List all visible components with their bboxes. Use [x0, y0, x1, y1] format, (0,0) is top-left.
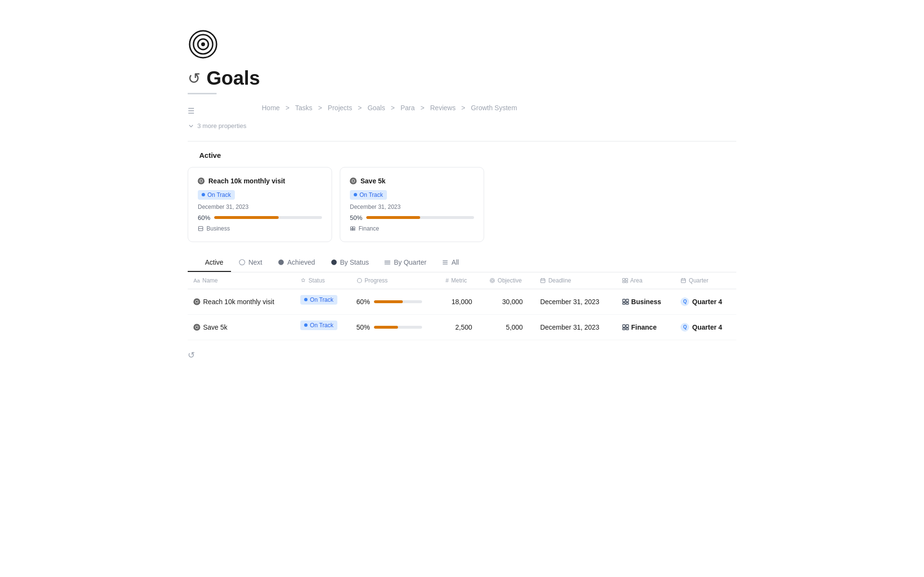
more-properties[interactable]: 3 more properties: [188, 122, 736, 129]
row-1-badge-dot: [304, 298, 308, 301]
area-col-icon: [622, 278, 628, 283]
goal-card-2[interactable]: Save 5k On Track December 31, 2023 50%: [340, 167, 484, 242]
objective-col-icon: [489, 278, 495, 283]
col-name-prefix: Aa: [193, 278, 200, 283]
col-metric-label: Metric: [451, 277, 467, 284]
card-2-progress-fill: [366, 216, 420, 219]
badge-dot-2: [354, 193, 357, 196]
svg-rect-35: [625, 281, 628, 282]
table-row[interactable]: Reach 10k monthly visit On Track 60%: [188, 289, 736, 314]
tab-achieved-label: Achieved: [287, 258, 315, 266]
row-1-area: Business: [616, 289, 675, 314]
card-1-progress-fill: [214, 216, 279, 219]
tab-all-label: All: [451, 258, 459, 266]
col-objective-label: Objective: [498, 277, 522, 284]
svg-point-6: [200, 180, 202, 182]
tab-all-icon: [442, 259, 449, 266]
svg-rect-46: [626, 302, 628, 304]
row-1-area-label: Business: [631, 298, 661, 306]
business-icon: [622, 298, 629, 305]
divider-top: [188, 141, 736, 141]
card-1-status-label: On Track: [207, 192, 231, 198]
card-2-date: December 31, 2023: [350, 204, 474, 210]
svg-point-27: [491, 279, 494, 282]
row-2-status-label: On Track: [310, 322, 334, 329]
breadcrumb-growth-system[interactable]: Growth System: [471, 104, 517, 112]
goals-table: Aa Name Status: [188, 272, 736, 340]
tab-achieved[interactable]: Achieved: [270, 254, 323, 272]
row-1-status-cell: On Track: [295, 289, 351, 314]
deadline-col-icon: [540, 278, 546, 283]
svg-point-17: [278, 259, 283, 265]
row-1-name: Reach 10k monthly visit: [203, 298, 274, 306]
table-row[interactable]: Save 5k On Track 50%: [188, 314, 736, 340]
col-quarter-label: Quarter: [689, 277, 708, 284]
breadcrumb-sep1: >: [285, 104, 291, 112]
row-2-progress-label: 50%: [357, 323, 370, 331]
row-2-progress-fill: [374, 326, 398, 329]
row-2-progress-bg: [374, 326, 422, 329]
quarter-icon-2: Q: [680, 323, 689, 332]
title-underline: [188, 93, 217, 94]
svg-point-42: [196, 301, 198, 303]
card-2-progress-bg: [366, 216, 474, 219]
card-2-progress-label: 50%: [350, 214, 362, 221]
col-deadline-label: Deadline: [548, 277, 571, 284]
goal-card-1[interactable]: Reach 10k monthly visit On Track Decembe…: [188, 167, 332, 242]
svg-rect-19: [385, 260, 390, 261]
breadcrumb-sep5: >: [421, 104, 426, 112]
card-1-progress-bg: [214, 216, 322, 219]
card-1-area: Business: [198, 225, 322, 232]
col-name: Aa Name: [188, 272, 295, 289]
menu-icon[interactable]: ☰: [188, 106, 194, 115]
row-2-status-badge: On Track: [300, 321, 337, 330]
row-2-area-label: Finance: [631, 323, 657, 331]
tab-all[interactable]: All: [434, 254, 467, 272]
breadcrumb-para[interactable]: Para: [400, 104, 415, 112]
svg-rect-51: [626, 324, 628, 327]
row-1-progress-fill: [374, 300, 403, 303]
svg-rect-34: [622, 281, 625, 282]
breadcrumb-goals[interactable]: Goals: [368, 104, 385, 112]
svg-rect-14: [351, 229, 353, 231]
row-2-target-icon: [193, 324, 200, 331]
reload-icon-bottom[interactable]: ↺: [188, 350, 736, 360]
tab-by-status[interactable]: By Status: [323, 254, 377, 272]
tab-next-icon: [239, 259, 245, 266]
active-section-label: Active: [199, 151, 221, 159]
row-1-quarter: Q Quarter 4: [675, 289, 736, 314]
history-icon: ↺: [188, 69, 201, 88]
more-properties-label: 3 more properties: [197, 122, 246, 129]
svg-rect-12: [351, 227, 353, 229]
svg-rect-53: [626, 328, 628, 330]
card-1-area-label: Business: [206, 225, 230, 232]
col-quarter: Quarter: [675, 272, 736, 289]
col-name-label: Name: [202, 277, 218, 284]
row-2-name-cell: Save 5k: [188, 314, 295, 340]
row-1-progress-bg: [374, 300, 422, 303]
svg-point-26: [490, 278, 495, 282]
breadcrumb-tasks[interactable]: Tasks: [295, 104, 312, 112]
breadcrumb-reviews[interactable]: Reviews: [430, 104, 456, 112]
breadcrumb-projects[interactable]: Projects: [328, 104, 352, 112]
row-1-status-label: On Track: [310, 296, 334, 303]
col-metric: # Metric: [440, 272, 484, 289]
col-objective: Objective: [484, 272, 534, 289]
quarter-col-icon: [680, 278, 686, 283]
tab-active[interactable]: Active: [188, 254, 231, 272]
status-col-icon: [300, 278, 306, 283]
svg-rect-23: [443, 262, 448, 263]
breadcrumb-home[interactable]: Home: [262, 104, 280, 112]
tab-achieved-icon: [278, 259, 284, 266]
tab-by-status-label: By Status: [340, 258, 369, 266]
tab-next-label: Next: [248, 258, 262, 266]
page-icon: [188, 29, 736, 62]
row-1-progress-label: 60%: [357, 298, 370, 306]
tab-next[interactable]: Next: [231, 254, 270, 272]
tab-by-quarter[interactable]: By Quarter: [376, 254, 434, 272]
tabs-row: Active Next Achieved By Status: [188, 254, 736, 272]
card-1-status-badge: On Track: [198, 190, 235, 200]
row-1-progress-cell: 60%: [351, 289, 440, 314]
chevron-down-icon: [188, 123, 194, 129]
svg-rect-20: [385, 262, 390, 263]
